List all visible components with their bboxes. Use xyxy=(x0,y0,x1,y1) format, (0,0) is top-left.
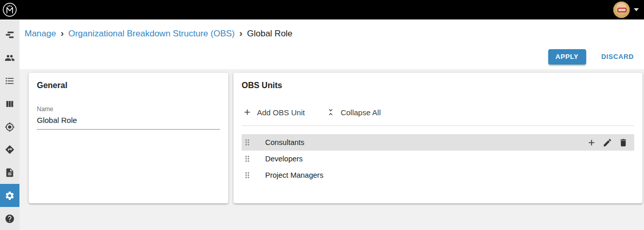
name-field-label: Name xyxy=(37,106,220,113)
obs-units-card: OBS Units Add OBS Unit Collapse All xyxy=(233,73,642,203)
app-logo[interactable] xyxy=(2,2,17,17)
sidebar-item-directions[interactable] xyxy=(0,138,19,161)
sidebar-item-portfolio[interactable] xyxy=(0,24,19,47)
obs-unit-label: Project Managers xyxy=(265,171,629,179)
sidebar-item-people[interactable] xyxy=(0,47,19,70)
breadcrumb: Manage › Organizational Breakdown Struct… xyxy=(25,29,639,39)
sidebar-item-list[interactable] xyxy=(0,70,19,93)
obs-unit-label: Developers xyxy=(265,155,629,163)
general-card-title: General xyxy=(37,81,220,90)
obs-unit-label: Consultants xyxy=(265,138,585,147)
discard-button[interactable]: DISCARD xyxy=(597,49,638,65)
general-card: General Name xyxy=(29,73,228,203)
breadcrumb-separator: › xyxy=(239,29,242,39)
obs-unit-list: Consultants xyxy=(242,134,634,183)
plus-icon xyxy=(587,138,596,148)
apply-button[interactable]: APPLY xyxy=(548,49,586,65)
target-icon xyxy=(5,122,15,132)
delete-trash-icon xyxy=(618,138,628,148)
document-icon xyxy=(5,168,15,178)
meisterplan-logo-icon xyxy=(2,2,17,17)
obs-unit-row-project-managers[interactable]: Project Managers xyxy=(242,167,634,183)
breadcrumb-separator: › xyxy=(60,29,63,39)
top-app-bar xyxy=(0,0,644,19)
row-actions xyxy=(585,136,629,149)
action-bar: APPLY DISCARD xyxy=(25,49,639,65)
portfolio-gantt-icon xyxy=(5,30,15,40)
obs-unit-row-consultants[interactable]: Consultants xyxy=(242,134,634,151)
add-obs-unit-button[interactable]: Add OBS Unit xyxy=(242,106,306,119)
drag-handle-icon[interactable] xyxy=(243,138,252,147)
sidebar-item-columns[interactable] xyxy=(0,92,19,115)
drag-handle-icon[interactable] xyxy=(243,171,252,180)
sidebar-item-help[interactable] xyxy=(0,207,19,230)
drag-handle-icon[interactable] xyxy=(243,154,252,163)
content-area: General Name OBS Units Add OBS Unit Co xyxy=(19,69,644,230)
breadcrumb-link-obs[interactable]: Organizational Breakdown Structure (OBS) xyxy=(68,29,234,39)
left-navigation-rail xyxy=(0,19,19,230)
add-child-unit-button[interactable] xyxy=(585,136,597,149)
obs-unit-row-developers[interactable]: Developers xyxy=(242,151,634,167)
main-content: Manage › Organizational Breakdown Struct… xyxy=(19,19,644,230)
delete-unit-button[interactable] xyxy=(617,136,629,149)
obs-units-card-title: OBS Units xyxy=(242,81,634,90)
add-obs-unit-label: Add OBS Unit xyxy=(257,108,305,117)
edit-unit-button[interactable] xyxy=(601,136,613,149)
sidebar-item-settings[interactable] xyxy=(0,184,19,207)
obs-toolbar-divider xyxy=(242,126,634,126)
people-icon xyxy=(5,53,15,63)
plus-icon xyxy=(243,108,252,117)
breadcrumb-current-page: Global Role xyxy=(247,29,292,39)
name-input[interactable] xyxy=(37,115,220,130)
chevron-down-icon xyxy=(634,8,639,11)
collapse-all-label: Collapse All xyxy=(340,108,380,117)
account-menu[interactable] xyxy=(613,2,639,18)
settings-gear-icon xyxy=(5,191,15,201)
help-icon xyxy=(5,214,15,224)
collapse-icon xyxy=(326,108,335,117)
collapse-all-button[interactable]: Collapse All xyxy=(325,106,381,119)
page-header: Manage › Organizational Breakdown Struct… xyxy=(19,19,644,69)
sidebar-item-document[interactable] xyxy=(0,161,19,184)
breadcrumb-link-manage[interactable]: Manage xyxy=(25,29,56,39)
user-avatar[interactable] xyxy=(613,2,630,18)
sidebar-item-target[interactable] xyxy=(0,115,19,138)
columns-icon xyxy=(5,99,15,109)
obs-toolbar: Add OBS Unit Collapse All xyxy=(242,106,634,119)
directions-icon xyxy=(5,144,15,155)
name-field-group: Name xyxy=(37,106,220,130)
edit-pencil-icon xyxy=(603,138,612,148)
list-icon xyxy=(5,76,15,86)
